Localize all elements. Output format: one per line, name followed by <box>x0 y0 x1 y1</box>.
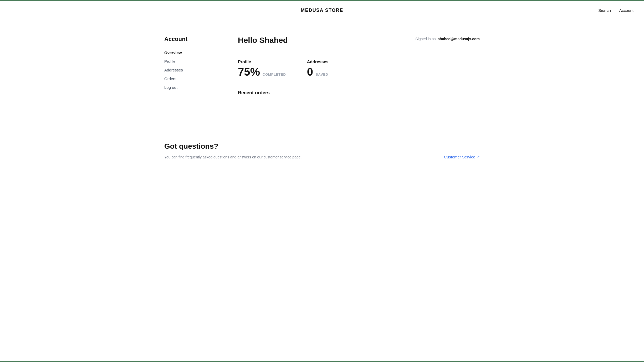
search-button[interactable]: Search <box>598 8 611 13</box>
customer-service-label: Customer Service <box>444 155 475 159</box>
sidebar-item-profile[interactable]: Profile <box>164 58 217 65</box>
greeting-heading: Hello Shahed <box>238 36 288 45</box>
site-logo: MEDUSA STORE <box>301 8 343 13</box>
stats-row: Profile 75% COMPLETED Addresses 0 SAVED <box>238 60 480 77</box>
sidebar-item-logout[interactable]: Log out <box>164 84 217 91</box>
signed-in-info: Signed in as: shahed@medusajs.com <box>415 37 480 41</box>
external-link-icon: ↗ <box>477 155 480 159</box>
footer-questions-text: You can find frequently asked questions … <box>164 155 301 159</box>
header-nav: Search Account <box>598 8 633 13</box>
profile-stat-label: Profile <box>238 60 286 64</box>
site-header: MEDUSA STORE Search Account <box>0 1 644 20</box>
addresses-stat: Addresses 0 SAVED <box>307 60 329 77</box>
sidebar: Account Overview Profile Addresses Order… <box>164 36 217 100</box>
main-container: Account Overview Profile Addresses Order… <box>154 20 490 116</box>
profile-stat: Profile 75% COMPLETED <box>238 60 286 77</box>
account-button[interactable]: Account <box>619 8 633 13</box>
main-content: Hello Shahed Signed in as: shahed@medusa… <box>238 36 480 100</box>
footer-questions-row: You can find frequently asked questions … <box>164 155 480 159</box>
addresses-stat-value-row: 0 SAVED <box>307 66 329 77</box>
profile-stat-value-row: 75% COMPLETED <box>238 66 286 77</box>
signed-in-email: shahed@medusajs.com <box>438 37 480 41</box>
profile-stat-value: 75% <box>238 66 260 77</box>
customer-service-link[interactable]: Customer Service ↗ <box>444 155 480 159</box>
sidebar-account-label: Account <box>164 36 217 43</box>
addresses-stat-value: 0 <box>307 66 313 77</box>
bottom-bar <box>0 361 644 362</box>
content-divider <box>238 51 480 51</box>
addresses-stat-label: Addresses <box>307 60 329 64</box>
sidebar-item-orders[interactable]: Orders <box>164 75 217 82</box>
profile-stat-sub: COMPLETED <box>263 73 286 76</box>
content-header: Hello Shahed Signed in as: shahed@medusa… <box>238 36 480 45</box>
recent-orders-title: Recent orders <box>238 90 480 96</box>
sidebar-item-addresses[interactable]: Addresses <box>164 66 217 74</box>
addresses-stat-sub: SAVED <box>316 73 328 76</box>
sidebar-nav: Overview Profile Addresses Orders Log ou… <box>164 49 217 91</box>
sidebar-item-overview[interactable]: Overview <box>164 49 217 56</box>
footer-questions-title: Got questions? <box>164 142 480 151</box>
signed-in-label: Signed in as: <box>415 37 437 41</box>
